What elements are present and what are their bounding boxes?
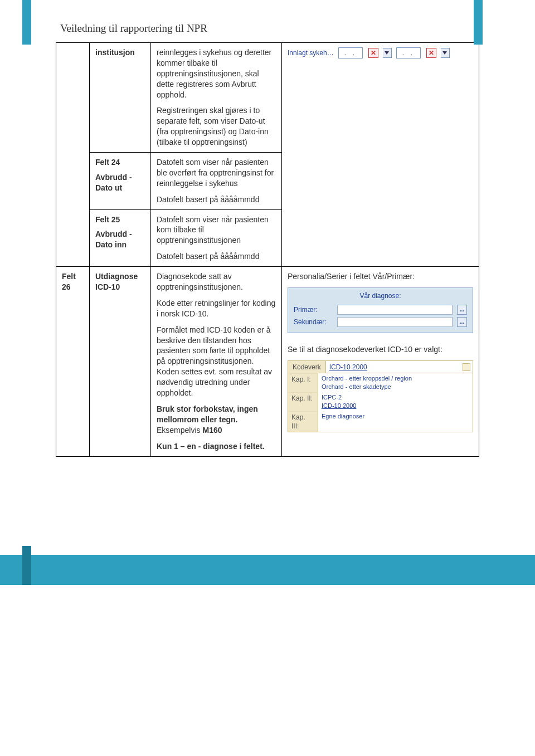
- desc-paragraph: Kun 1 – en - diagnose i feltet.: [157, 441, 276, 452]
- desc-bold: M160: [202, 426, 222, 435]
- clear-icon[interactable]: ✕: [368, 48, 378, 58]
- screenshot-caption: Se til at diagnosekodeverket ICD-10 er v…: [288, 344, 473, 355]
- dropdown-icon[interactable]: [441, 48, 450, 58]
- cell-field-desc: Diagnosekode satt av opptreningsinstitus…: [151, 267, 282, 456]
- codework-row: Kap. I: Orchard - etter kroppsdel / regi…: [288, 373, 473, 392]
- ellipsis-button[interactable]: ...: [457, 305, 467, 315]
- kap-label: Kap. II:: [288, 392, 318, 411]
- codework-panel: Kodeverk ICD-10 2000 Kap. I: Orchard - e…: [288, 360, 473, 432]
- screenshot-caption: Personalia/Serier i feltet Vår/Primær:: [288, 271, 473, 282]
- codework-row: Kap. III: Egne diagnoser: [288, 411, 473, 432]
- cell-screenshot: Innlagt sykeh… . . ✕ . . ✕: [282, 43, 479, 267]
- field-name-line2: Avbrudd - Dato ut: [95, 172, 145, 193]
- desc-bold: Kun 1 – en - diagnose i feltet.: [157, 442, 265, 451]
- kap-label: Kap. III:: [288, 411, 318, 432]
- field-index-text: Felt 26: [62, 272, 76, 291]
- diagnosis-row-primary: Primær: ...: [288, 304, 473, 316]
- option-text[interactable]: Orchard - etter skadetype: [322, 383, 469, 391]
- option-text[interactable]: Orchard - etter kroppsdel / region: [322, 374, 469, 383]
- kap-options: Orchard - etter kroppsdel / region Orcha…: [318, 373, 473, 392]
- clear-icon[interactable]: ✕: [426, 48, 436, 58]
- main-content: institusjon reinnlegges i sykehus og der…: [0, 42, 535, 468]
- cell-field-desc: Datofelt som viser når pasienten ble ove…: [151, 153, 282, 210]
- cell-field-name: Felt 24 Avbrudd - Dato ut: [90, 153, 151, 210]
- codework-select[interactable]: ICD-10 2000: [326, 361, 473, 373]
- widget-label: Innlagt sykeh…: [288, 48, 334, 57]
- codework-header: Kodeverk ICD-10 2000: [288, 361, 473, 373]
- codework-row: Kap. II: ICPC-2 ICD-10 2000: [288, 392, 473, 411]
- ellipsis-button[interactable]: ...: [457, 317, 467, 327]
- page-title: Veiledning til rapportering til NPR: [60, 22, 535, 35]
- cell-field-desc: reinnlegges i sykehus og deretter kommer…: [151, 43, 282, 153]
- desc-paragraph: Datofelt som viser når pasienten ble ove…: [157, 157, 276, 189]
- desc-paragraph: Formålet med ICD-10 koden er å beskrive …: [157, 325, 276, 398]
- date-placeholder: . .: [397, 48, 420, 57]
- date-placeholder: . .: [339, 48, 362, 57]
- cell-field-name: Utdiagnose ICD-10: [90, 267, 151, 456]
- header-accent-left: [22, 0, 31, 45]
- desc-paragraph: Datofelt basert på ååååmmdd: [157, 194, 276, 205]
- header-accent-right: [474, 0, 483, 45]
- date-widget-row: Innlagt sykeh… . . ✕ . . ✕: [288, 47, 473, 58]
- option-text-selected[interactable]: ICD-10 2000: [322, 402, 469, 410]
- cell-field-name: Felt 25 Avbrudd - Dato inn: [90, 209, 151, 267]
- desc-text: Eksempelvis: [157, 426, 202, 435]
- dropdown-icon[interactable]: [463, 363, 470, 371]
- secondary-label: Sekundær:: [294, 318, 333, 326]
- table-row: institusjon reinnlegges i sykehus og der…: [56, 43, 479, 153]
- kap-options: Egne diagnoser: [318, 411, 473, 432]
- page-header: Veiledning til rapportering til NPR: [0, 0, 535, 42]
- codework-selected-value: ICD-10 2000: [326, 363, 371, 372]
- cell-screenshot: Personalia/Serier i feltet Vår/Primær: V…: [282, 267, 479, 456]
- desc-paragraph: Kode etter retningslinjer for koding i n…: [157, 298, 276, 319]
- field-table: institusjon reinnlegges i sykehus og der…: [56, 42, 479, 457]
- cell-field-name: institusjon: [90, 43, 151, 153]
- desc-paragraph: Datofelt som viser når pasienten kom til…: [157, 214, 276, 246]
- footer-accent: [22, 546, 31, 585]
- date-input-2[interactable]: . .: [396, 47, 421, 58]
- desc-paragraph: Diagnosekode satt av opptreningsinstitus…: [157, 271, 276, 292]
- diagnosis-row-secondary: Sekundær: ...: [288, 316, 473, 328]
- footer-bar: [0, 555, 535, 585]
- field-name-line2: Avbrudd - Dato inn: [95, 229, 145, 250]
- kap-label: Kap. I:: [288, 373, 318, 392]
- cell-index: Felt 26: [56, 267, 90, 456]
- desc-bold: Bruk stor forbokstav, ingen mellomrom el…: [157, 404, 258, 424]
- dropdown-icon[interactable]: [383, 48, 392, 58]
- option-text[interactable]: ICPC-2: [322, 393, 469, 402]
- option-text[interactable]: Egne diagnoser: [322, 412, 469, 421]
- desc-paragraph: Registreringen skal gjøres i to separate…: [157, 105, 276, 148]
- field-name-text: Utdiagnose ICD-10: [95, 272, 138, 291]
- field-name-text: institusjon: [95, 48, 135, 57]
- primary-label: Primær:: [294, 305, 333, 314]
- diagnosis-title: Vår diagnose:: [288, 290, 473, 304]
- field-name-line1: Felt 24: [95, 157, 145, 168]
- field-name-line1: Felt 25: [95, 214, 145, 225]
- desc-paragraph: reinnlegges i sykehus og deretter kommer…: [157, 47, 276, 100]
- page-footer: [0, 546, 535, 585]
- codework-label: Kodeverk: [288, 361, 326, 373]
- date-input-1[interactable]: . .: [338, 47, 363, 58]
- desc-paragraph: Datofelt basert på ååååmmdd: [157, 251, 276, 262]
- secondary-input[interactable]: [337, 317, 453, 327]
- cell-index-empty: [56, 43, 90, 267]
- primary-input[interactable]: [337, 305, 453, 315]
- desc-paragraph: Bruk stor forbokstav, ingen mellomrom el…: [157, 404, 276, 436]
- cell-field-desc: Datofelt som viser når pasienten kom til…: [151, 209, 282, 267]
- table-row: Felt 26 Utdiagnose ICD-10 Diagnosekode s…: [56, 267, 479, 456]
- kap-options: ICPC-2 ICD-10 2000: [318, 392, 473, 411]
- diagnosis-panel: Vår diagnose: Primær: ... Sekundær: ...: [288, 287, 473, 333]
